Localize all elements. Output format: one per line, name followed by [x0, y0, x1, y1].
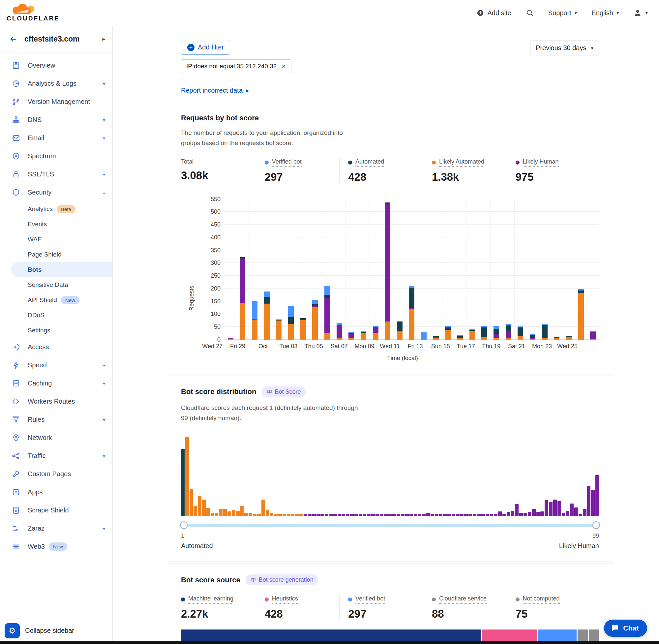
stacked-bar[interactable] [381, 199, 394, 340]
stacked-bar[interactable] [539, 199, 551, 340]
histogram-bar[interactable] [401, 514, 404, 516]
sidebar-subitem-sensitive-data[interactable]: Sensitive Data [0, 277, 112, 293]
histogram-bar[interactable] [211, 513, 214, 516]
histogram-bar[interactable] [219, 509, 222, 516]
histogram-bar[interactable] [566, 511, 569, 516]
histogram-bar[interactable] [346, 514, 349, 516]
histogram-bar[interactable] [392, 514, 396, 516]
stacked-bar[interactable] [575, 199, 587, 340]
histogram-bar[interactable] [507, 512, 510, 516]
histogram-bar[interactable] [486, 514, 489, 516]
stacked-bar[interactable] [345, 199, 357, 340]
stacked-bar[interactable] [321, 199, 333, 340]
histogram-bar[interactable] [384, 514, 388, 516]
histogram-bar[interactable] [591, 490, 595, 516]
histogram-bar[interactable] [371, 514, 375, 516]
report-incorrect-data-link[interactable]: Report incorrect data ▶ [167, 80, 613, 101]
sidebar-subitem-settings[interactable]: Settings [0, 323, 112, 338]
sidebar-item-rules[interactable]: Rules▾ [0, 411, 112, 429]
bot-score-generation-docs-badge[interactable]: Bot score generation [245, 574, 318, 585]
sidebar-item-apps[interactable]: Apps [0, 483, 112, 501]
stacked-bar[interactable] [370, 199, 382, 340]
histogram-bar[interactable] [354, 514, 358, 516]
histogram-bar[interactable] [418, 514, 421, 516]
histogram-bar[interactable] [312, 514, 316, 516]
stacked-bar[interactable] [454, 199, 466, 340]
histogram-bar[interactable] [283, 514, 286, 516]
slider-handle-min[interactable] [180, 521, 188, 529]
stacked-bar[interactable] [249, 199, 261, 340]
sidebar-subitem-bots[interactable]: Bots [11, 262, 112, 277]
histogram-bar[interactable] [570, 504, 573, 516]
filter-chip[interactable]: IP does not equal 35.212.240.32 ✕ [181, 59, 291, 73]
histogram-bar[interactable] [380, 514, 383, 516]
histogram-bar[interactable] [308, 514, 311, 516]
histogram-bar[interactable] [545, 500, 548, 516]
sidebar-subitem-page-shield[interactable]: Page Shield [0, 247, 112, 262]
histogram-bar[interactable] [329, 514, 333, 516]
stacked-bar[interactable] [406, 199, 418, 340]
time-range-dropdown[interactable]: Previous 30 days ▾ [530, 41, 599, 55]
histogram-bar[interactable] [494, 514, 497, 516]
histogram-bar[interactable] [490, 514, 493, 516]
histogram-bar[interactable] [473, 514, 476, 516]
support-menu[interactable]: Support▾ [548, 9, 577, 17]
stacked-bar[interactable] [394, 199, 406, 340]
language-menu[interactable]: English▾ [591, 9, 619, 17]
stacked-bar[interactable] [237, 199, 249, 340]
histogram-bar[interactable] [549, 502, 552, 516]
histogram-bar[interactable] [558, 501, 561, 516]
histogram-bar[interactable] [278, 514, 282, 516]
sidebar-item-caching[interactable]: Caching▾ [0, 374, 112, 392]
histogram-bar[interactable] [287, 514, 290, 516]
stacked-bar[interactable] [563, 199, 575, 340]
histogram-bar[interactable] [515, 504, 519, 516]
histogram-bar[interactable] [325, 514, 328, 516]
sidebar-item-spectrum[interactable]: Spectrum [0, 147, 112, 165]
sidebar-item-scrape-shield[interactable]: Scrape Shield [0, 501, 112, 519]
histogram-bar[interactable] [532, 509, 536, 516]
stacked-bar[interactable] [442, 199, 454, 340]
histogram-bar[interactable] [447, 514, 451, 516]
histogram-bar[interactable] [202, 500, 206, 516]
histogram-bar[interactable] [359, 514, 362, 516]
histogram-bar[interactable] [350, 514, 354, 516]
stacked-bar[interactable] [502, 199, 515, 340]
histogram-bar[interactable] [553, 500, 557, 516]
histogram-bar[interactable] [316, 514, 320, 516]
site-switcher[interactable]: cftestsite3.com ▸ [0, 26, 112, 52]
sidebar-item-security[interactable]: Security▴ [0, 183, 112, 202]
stacked-bar[interactable] [514, 199, 526, 340]
sidebar-item-workers-routes[interactable]: Workers Routes [0, 392, 112, 411]
histogram-bar[interactable] [270, 513, 273, 516]
histogram-bar[interactable] [409, 514, 413, 516]
histogram-bar[interactable] [257, 514, 261, 516]
search-button[interactable] [526, 9, 534, 17]
stacked-bar[interactable] [297, 199, 309, 340]
histogram-bar[interactable] [321, 514, 324, 516]
sidebar-item-version-management[interactable]: Version Management [0, 93, 112, 111]
stacked-bar[interactable] [273, 199, 285, 340]
histogram-bar[interactable] [519, 513, 523, 516]
histogram-bar[interactable] [232, 510, 235, 516]
histogram-bar[interactable] [397, 514, 400, 516]
histogram-bar[interactable] [426, 513, 430, 516]
sidebar-item-analytics-logs[interactable]: Analytics & Logs▾ [0, 74, 112, 93]
sidebar-item-ssl-tls[interactable]: SSL/TLS▾ [0, 165, 112, 183]
histogram-bar[interactable] [595, 475, 599, 516]
histogram-bar[interactable] [363, 514, 367, 516]
histogram-bar[interactable] [223, 509, 227, 516]
histogram-bar[interactable] [261, 500, 265, 516]
stacked-bar[interactable] [478, 199, 491, 340]
histogram-bar[interactable] [439, 514, 443, 516]
sidebar-subitem-waf[interactable]: WAF [0, 232, 112, 247]
histogram-bar[interactable] [523, 513, 527, 516]
histogram-bar[interactable] [481, 514, 485, 516]
sidebar-item-email[interactable]: Email▾ [0, 129, 112, 147]
sidebar-item-traffic[interactable]: Traffic▾ [0, 447, 112, 465]
stacked-bar[interactable] [418, 199, 430, 340]
gear-icon[interactable]: ⚙ [5, 623, 20, 638]
sidebar-item-web3[interactable]: Web3New [0, 537, 112, 556]
stacked-bar[interactable] [587, 199, 599, 340]
histogram-bar[interactable] [253, 514, 257, 516]
